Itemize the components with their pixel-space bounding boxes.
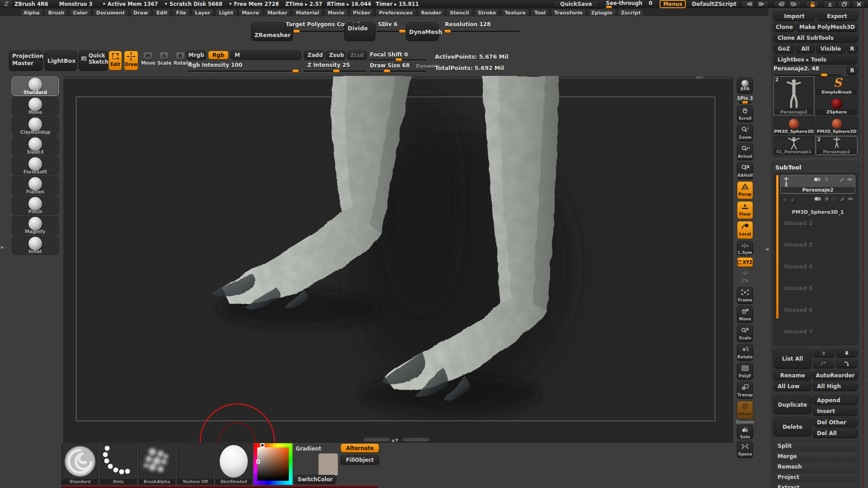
menu-alpha[interactable]: Alpha xyxy=(20,9,43,16)
simplebrush-thumbnail[interactable]: S SimpleBrush xyxy=(816,76,858,95)
rotate-z-button[interactable] xyxy=(737,278,753,285)
brush-flatten[interactable]: Flatten xyxy=(12,176,59,195)
draw-size-slider[interactable] xyxy=(370,70,426,72)
subtool-item-unused-2[interactable]: Unused 2 xyxy=(780,216,855,237)
menu-transform[interactable]: Transform xyxy=(551,9,586,16)
scale-tool-button[interactable]: S Scale xyxy=(157,52,171,66)
current-alpha-thumbnail[interactable]: BrushAlpha xyxy=(138,443,175,485)
xyz-button[interactable]: XYZ xyxy=(737,257,753,267)
make-polymesh3d-button[interactable]: Make PolyMesh3D xyxy=(797,22,858,32)
subtool-scrollbar[interactable] xyxy=(776,175,778,319)
goz-r-button[interactable]: R xyxy=(847,44,858,53)
rgb-intensity-slider[interactable] xyxy=(187,70,300,72)
import-button[interactable]: Import xyxy=(774,11,815,21)
right-panel-expander[interactable]: ◀ xyxy=(765,247,769,251)
menu-stroke[interactable]: Stroke xyxy=(474,9,500,16)
split-section[interactable]: Split xyxy=(774,441,858,450)
autoreorder-button[interactable]: AutoReorder xyxy=(813,371,858,380)
slider-handle[interactable] xyxy=(395,58,402,61)
saturation-value-area[interactable] xyxy=(257,447,289,481)
move-down-button[interactable] xyxy=(836,349,858,357)
actual-button[interactable]: x1 Actual xyxy=(737,143,753,160)
menu-picker[interactable]: Picker xyxy=(349,9,374,16)
main-color-swatch[interactable] xyxy=(318,453,338,476)
subtool-item-unused-6[interactable]: Unused 6 xyxy=(780,303,855,324)
brush-formsoft[interactable]: FormSoft xyxy=(12,156,59,175)
append-button[interactable]: Append xyxy=(813,395,858,405)
menu-preferences[interactable]: Preferences xyxy=(375,9,416,16)
frame-button[interactable]: Frame xyxy=(737,287,753,304)
shelf-rotate-button[interactable]: Rotate xyxy=(737,344,753,361)
del-all-button[interactable]: Del All xyxy=(813,428,858,438)
edit-button[interactable]: Edit xyxy=(108,51,122,70)
hue-marker[interactable] xyxy=(260,443,264,447)
ghost-button[interactable]: Ghost xyxy=(737,401,753,419)
dynamesh-button[interactable]: DynaMesh xyxy=(406,23,439,41)
lightbox-tools-button[interactable]: Lightbox ▸ Tools xyxy=(774,55,858,64)
solo-button[interactable]: Solo xyxy=(737,425,753,439)
lightbox-button[interactable]: LightBox xyxy=(44,51,77,70)
lock-ui-button[interactable] xyxy=(806,0,819,8)
menu-tool[interactable]: Tool xyxy=(531,9,549,16)
zsub-button[interactable]: Zsub xyxy=(326,51,345,60)
personaje2-small-thumbnail[interactable]: 2 Personaje2 xyxy=(816,136,858,155)
shelf-move-button[interactable]: Move xyxy=(737,306,753,323)
menu-document[interactable]: Document xyxy=(93,9,128,16)
scroll-button[interactable]: Scroll xyxy=(737,105,753,122)
goz-all-button[interactable]: All xyxy=(796,44,815,53)
menus-button[interactable]: Menus xyxy=(660,0,686,8)
duplicate-button[interactable]: Duplicate xyxy=(774,395,811,414)
z-intensity-slider[interactable] xyxy=(304,70,367,72)
transp-button[interactable]: Transp xyxy=(737,382,753,399)
zcut-button[interactable]: Zcut xyxy=(347,51,367,60)
menu-texture[interactable]: Texture xyxy=(501,9,529,16)
aahalf-button[interactable]: AAHalf xyxy=(737,162,753,179)
brush-slash3[interactable]: Slash3 xyxy=(12,136,59,155)
shift-up-button[interactable] xyxy=(813,360,835,368)
brush-standard[interactable]: Standard xyxy=(12,77,59,96)
menu-zplugin[interactable]: Zplugin xyxy=(588,9,616,16)
quick-sketch-button[interactable]: Quick Sketch xyxy=(79,51,108,70)
lower-tray-edge[interactable] xyxy=(61,485,378,488)
zoom-button[interactable]: Zoom xyxy=(737,124,753,141)
scrub-right-button[interactable] xyxy=(756,0,769,8)
move-up-button[interactable] xyxy=(813,349,835,357)
move-tool-button[interactable]: M Move xyxy=(141,52,155,66)
menu-light[interactable]: Light xyxy=(215,9,237,16)
slider-handle[interactable] xyxy=(444,29,451,33)
goz-button[interactable]: GoZ xyxy=(774,44,794,53)
subtool-item-pm3d-sphere3d-1[interactable]: PM3D_Sphere3D_1 xyxy=(780,195,855,216)
shelf-scale-button[interactable]: Scale xyxy=(737,325,753,342)
subtool-item-personaje2[interactable]: Personaje2 xyxy=(780,175,855,194)
m-button[interactable]: M xyxy=(231,51,301,60)
menu-file[interactable]: File xyxy=(172,9,190,16)
canvas-hscrollbar-left[interactable] xyxy=(364,438,390,441)
rotate-tool-button[interactable]: R Rotate xyxy=(174,52,187,66)
lsym-button[interactable]: L.Sym xyxy=(737,241,753,255)
rotate-y-button[interactable] xyxy=(737,269,753,276)
subtool-header[interactable]: SubTool xyxy=(775,164,858,171)
restore-button[interactable] xyxy=(838,0,851,8)
cycle-ui-right-button[interactable] xyxy=(788,0,801,8)
mrgb-button[interactable]: Mrgb xyxy=(186,51,206,60)
remesh-section[interactable]: Remesh xyxy=(774,462,858,471)
alternate-button[interactable]: Alternate xyxy=(340,443,379,453)
active-tool-slider[interactable]: Personaje2. 48 xyxy=(774,66,845,73)
color-picker[interactable] xyxy=(254,443,292,485)
right-tray-divider[interactable] xyxy=(863,8,868,488)
extract-section[interactable]: Extract xyxy=(774,483,858,488)
focal-shift-slider[interactable] xyxy=(370,59,426,61)
goz-visible-button[interactable]: Visible xyxy=(816,44,845,53)
polyf-button[interactable]: PolyF xyxy=(737,363,753,380)
zadd-button[interactable]: Zadd xyxy=(304,51,324,60)
insert-button[interactable]: Insert xyxy=(813,406,858,416)
menu-marker[interactable]: Marker xyxy=(264,9,291,16)
current-brush-thumbnail[interactable]: Standard xyxy=(61,443,99,485)
current-tool-thumbnail[interactable]: 2 Personaje2 xyxy=(774,76,814,115)
xpose-button[interactable]: Xpose xyxy=(737,441,753,458)
minimize-button[interactable] xyxy=(823,0,836,8)
slider-handle[interactable] xyxy=(383,69,391,73)
brush-claybuildup[interactable]: ClayBuildup xyxy=(12,117,59,136)
del-other-button[interactable]: Del Other xyxy=(813,418,858,427)
all-high-button[interactable]: All High xyxy=(813,381,858,391)
